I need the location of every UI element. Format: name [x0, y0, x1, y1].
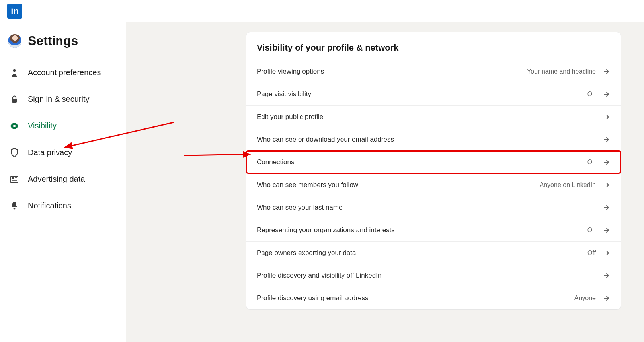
arrow-right-icon	[603, 204, 610, 211]
settings-row[interactable]: Profile discovery using email addressAny…	[246, 287, 621, 309]
row-right: Your name and headline	[527, 68, 610, 75]
settings-row[interactable]: Edit your public profile	[246, 105, 621, 128]
settings-row[interactable]: Representing your organizations and inte…	[246, 219, 621, 241]
row-right: Anyone	[574, 295, 610, 302]
eye-icon	[10, 123, 19, 129]
linkedin-logo[interactable]: in	[7, 4, 22, 19]
row-label: Representing your organizations and inte…	[257, 226, 395, 234]
arrow-right-icon	[603, 249, 610, 256]
annotation-arrow-2	[181, 150, 253, 161]
row-label: Profile viewing options	[257, 68, 324, 76]
row-right	[603, 136, 610, 143]
row-right	[603, 113, 610, 120]
settings-row[interactable]: Profile viewing optionsYour name and hea…	[246, 60, 621, 83]
arrow-right-icon	[603, 91, 610, 98]
arrow-right-icon	[603, 68, 610, 75]
arrow-right-icon	[603, 181, 610, 188]
row-label: Who can see or download your email addre…	[257, 136, 394, 144]
row-label: Connections	[257, 158, 295, 166]
topbar: in	[0, 0, 644, 22]
page-title: Settings	[28, 33, 78, 48]
sidebar-item-sign-in-security[interactable]: Sign in & security	[7, 86, 126, 113]
sidebar-item-notifications[interactable]: Notifications	[7, 192, 126, 219]
sidebar-item-label: Account preferences	[28, 68, 101, 77]
person-icon	[10, 69, 19, 77]
row-label: Edit your public profile	[257, 113, 323, 121]
svg-rect-1	[12, 99, 17, 103]
sidebar-item-label: Sign in & security	[28, 95, 90, 104]
sidebar-item-visibility[interactable]: Visibility	[7, 113, 126, 139]
row-value: On	[587, 91, 596, 98]
settings-row[interactable]: Profile discovery and visibility off Lin…	[246, 264, 621, 287]
settings-row[interactable]: Who can see members you followAnyone on …	[246, 173, 621, 196]
lock-icon	[10, 95, 19, 103]
settings-row[interactable]: Who can see your last name	[246, 196, 621, 219]
row-value: Anyone	[574, 295, 596, 302]
arrow-right-icon	[603, 159, 610, 166]
sidebar-item-label: Visibility	[28, 121, 57, 130]
sidebar-item-label: Advertising data	[28, 175, 85, 184]
row-value: Anyone on LinkedIn	[540, 181, 596, 188]
svg-point-2	[13, 125, 16, 127]
row-label: Page owners exporting your data	[257, 249, 356, 257]
settings-header: Settings	[7, 31, 126, 59]
sidebar: Settings Account preferences Sign in & s…	[0, 22, 126, 342]
arrow-right-icon	[603, 227, 610, 234]
shield-icon	[10, 148, 19, 157]
settings-panel: Visibility of your profile & network Pro…	[246, 32, 621, 310]
sidebar-item-label: Data privacy	[28, 148, 72, 157]
panel-title: Visibility of your profile & network	[246, 32, 621, 60]
row-label: Who can see members you follow	[257, 181, 358, 189]
bell-icon	[10, 202, 19, 210]
arrow-right-icon	[603, 113, 610, 120]
arrow-right-icon	[603, 136, 610, 143]
row-right: On	[587, 227, 610, 234]
arrow-right-icon	[603, 295, 610, 302]
row-right: Off	[587, 249, 610, 256]
row-label: Who can see your last name	[257, 204, 342, 212]
row-label: Page visit visibility	[257, 90, 311, 98]
row-right	[603, 272, 610, 279]
svg-point-0	[13, 69, 16, 71]
settings-row[interactable]: Page owners exporting your dataOff	[246, 241, 621, 264]
settings-row[interactable]: Page visit visibilityOn	[246, 83, 621, 105]
row-right: Anyone on LinkedIn	[540, 181, 610, 188]
settings-row[interactable]: ConnectionsOn	[246, 151, 621, 173]
content: Visibility of your profile & network Pro…	[126, 22, 644, 342]
row-label: Profile discovery and visibility off Lin…	[257, 272, 381, 280]
avatar[interactable]	[8, 34, 21, 48]
row-right: On	[587, 91, 610, 98]
row-right: On	[587, 159, 610, 166]
sidebar-item-advertising-data[interactable]: Advertising data	[7, 166, 126, 192]
sidebar-item-data-privacy[interactable]: Data privacy	[7, 139, 126, 166]
svg-line-9	[184, 154, 250, 155]
sidebar-item-account-preferences[interactable]: Account preferences	[7, 59, 126, 86]
row-value: Off	[587, 249, 596, 256]
sidebar-item-label: Notifications	[28, 201, 71, 210]
newspaper-icon	[10, 176, 19, 183]
settings-row[interactable]: Who can see or download your email addre…	[246, 128, 621, 151]
logo-text: in	[11, 6, 19, 16]
svg-rect-4	[12, 177, 14, 179]
row-value: Your name and headline	[527, 68, 596, 75]
arrow-right-icon	[603, 272, 610, 279]
row-value: On	[587, 159, 596, 166]
row-value: On	[587, 227, 596, 234]
row-label: Profile discovery using email address	[257, 294, 369, 302]
row-right	[603, 204, 610, 211]
